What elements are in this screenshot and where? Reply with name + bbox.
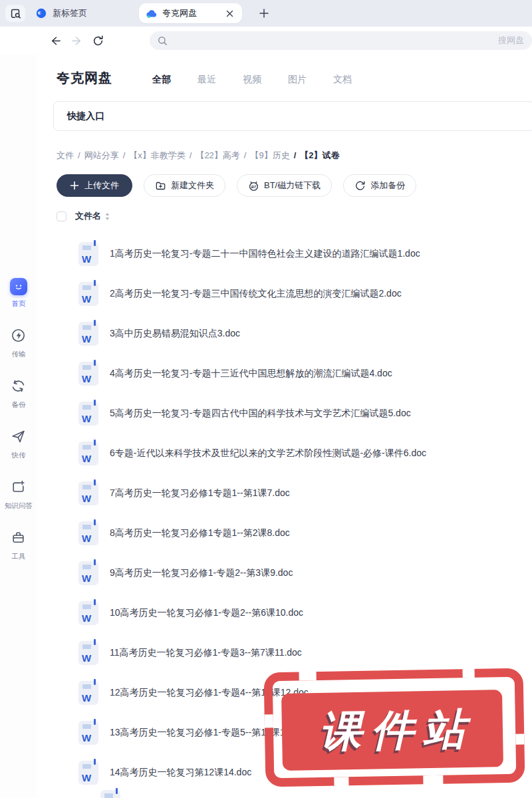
word-file-icon: W (78, 761, 98, 785)
file-name: 6专题-近代以来科学技术及世纪以来的文学艺术阶段性测试题-必修-课件6.doc (110, 448, 426, 460)
home-icon (10, 278, 27, 295)
filter-tabs: 全部最近视频图片文档 (126, 74, 352, 86)
sidebar-item-tools[interactable]: 工具 (11, 530, 26, 561)
file-row[interactable]: W 5高考历史一轮复习-专题四古代中国的科学技术与文学艺术汇编试题5.doc (57, 394, 532, 434)
file-row[interactable]: W 9高考历史一轮复习必修1-专题2--第3课9.doc (57, 553, 532, 593)
breadcrumb-separator: / (78, 150, 80, 160)
file-name: 1高考历史一轮复习-专题二十一中国特色社会主义建设的道路汇编试题1.doc (110, 248, 420, 260)
word-file-icon: W (78, 641, 98, 665)
breadcrumb-item[interactable]: 网站分享 (84, 150, 119, 160)
word-file-icon: W (78, 242, 98, 266)
file-name: 8高考历史一轮复习必修1专题1--第2课8.doc (110, 527, 290, 539)
file-row[interactable]: W 2高考历史一轮复习-专题三中国传统文化主流思想的演变汇编试题2.doc (57, 274, 532, 314)
word-file-icon: W (78, 442, 98, 466)
word-file-icon: W (78, 362, 98, 386)
file-name: 3高中历史易错易混知识点3.doc (110, 328, 240, 340)
file-name: 14高考历史一轮复习第12课14.doc (110, 767, 251, 779)
transfer-icon (11, 328, 26, 346)
plus-icon (70, 181, 79, 190)
sidebar-item-home[interactable]: 首页 (10, 278, 27, 309)
upload-file-button[interactable]: 上传文件 (57, 174, 132, 197)
breadcrumb: 文件/网站分享/【x】非教学类/【22】高考/【9】历史/【2】试卷 (57, 150, 340, 162)
file-name: 12高考历史一轮复习必修1-专题4--第10课12.doc (110, 687, 309, 699)
select-all-checkbox[interactable] (57, 211, 66, 221)
filename-column-header[interactable]: 文件名 (75, 210, 101, 222)
backup-icon (11, 378, 26, 396)
browser-tab-strip: 新标签页 夸克网盘 (0, 0, 532, 27)
filter-tab-2[interactable]: 视频 (243, 74, 261, 86)
new-tab-button[interactable] (255, 5, 273, 22)
file-row[interactable]: W 12高考历史一轮复习必修1-专题4--第10课12.doc (57, 673, 532, 713)
word-file-icon: W (78, 601, 98, 625)
file-name: 7高考历史一轮复习必修1专题1--第1课7.doc (110, 487, 290, 499)
file-row[interactable]: W 14高考历史一轮复习第12课14.doc (57, 753, 532, 793)
sidebar-item-knowledge-qa[interactable]: 知识问答 (4, 479, 33, 511)
sidebar-item-label: 工具 (11, 551, 25, 561)
quick-send-icon (11, 429, 26, 447)
upload-file-label: 上传文件 (84, 180, 119, 192)
bt-magnet-download-button[interactable]: BT BT/磁力链下载 (237, 174, 332, 197)
file-row[interactable]: W 6专题-近代以来科学技术及世纪以来的文学艺术阶段性测试题-必修-课件6.do… (57, 434, 532, 473)
sidebar-item-quick-send[interactable]: 快传 (11, 429, 26, 460)
page-title: 夸克网盘 (57, 69, 112, 87)
sidebar-item-label: 传输 (11, 349, 25, 358)
filter-tab-3[interactable]: 图片 (288, 74, 307, 86)
action-bar: 上传文件 新建文件夹 BT BT/磁力链下载 (57, 174, 416, 197)
add-backup-button[interactable]: 添加备份 (343, 174, 416, 197)
refresh-button[interactable] (89, 32, 106, 49)
new-folder-button[interactable]: 新建文件夹 (144, 174, 225, 197)
sort-icon[interactable] (104, 212, 110, 221)
file-row[interactable]: W 10高考历史一轮复习必修1-专题2--第6课10.doc (57, 593, 532, 633)
sidebar-menu: 首页传输备份快传知识问答工具 (0, 278, 37, 581)
file-list: W 1高考历史一轮复习-专题二十一中国特色社会主义建设的道路汇编试题1.doc … (57, 234, 532, 793)
file-name: 11高考历史一轮复习必修1-专题3--第7课11.doc (110, 647, 302, 659)
back-button[interactable] (47, 32, 64, 49)
file-name: 9高考历史一轮复习必修1-专题2--第3课9.doc (110, 567, 293, 579)
word-file-icon: W (78, 282, 98, 306)
quick-entry-panel[interactable]: 快捷入口 (53, 101, 532, 131)
word-file-icon-partial: W (100, 790, 120, 798)
tab-label: 新标签页 (53, 7, 87, 19)
breadcrumb-item[interactable]: 【2】试卷 (300, 150, 339, 160)
new-folder-icon (155, 180, 166, 192)
breadcrumb-item[interactable]: 【22】高考 (196, 150, 239, 160)
file-row[interactable]: W 3高中历史易错易混知识点3.doc (57, 314, 532, 354)
breadcrumb-item[interactable]: 【x】非教学类 (129, 150, 186, 160)
filter-tab-4[interactable]: 文档 (333, 74, 352, 86)
file-name: 2高考历史一轮复习-专题三中国传统文化主流思想的演变汇编试题2.doc (110, 288, 402, 300)
search-placeholder: 搜网盘 (498, 35, 524, 47)
word-file-icon: W (78, 561, 98, 585)
breadcrumb-item[interactable]: 【9】历史 (250, 150, 289, 160)
browser-toolbar: 搜网盘 (0, 27, 532, 55)
breadcrumb-item[interactable]: 文件 (57, 150, 74, 160)
word-file-icon: W (78, 481, 98, 505)
file-row[interactable]: W 11高考历史一轮复习必修1-专题3--第7课11.doc (57, 633, 532, 673)
file-row[interactable]: W 13高考历史一轮复习必修1-专题5--第11课13.doc (57, 713, 532, 753)
breadcrumb-separator: / (190, 150, 192, 160)
forward-button[interactable] (68, 32, 85, 49)
sidebar-item-transfer[interactable]: 传输 (11, 328, 26, 359)
search-icon (158, 36, 168, 46)
quick-entry-title: 快捷入口 (67, 110, 104, 122)
close-icon[interactable] (223, 7, 235, 19)
file-row[interactable]: W 8高考历史一轮复习必修1专题1--第2课8.doc (57, 513, 532, 553)
file-row[interactable]: W 7高考历史一轮复习必修1专题1--第1课7.doc (57, 473, 532, 513)
file-name: 13高考历史一轮复习必修1-专题5--第11课13.doc (110, 727, 308, 739)
browser-tab-newtab[interactable]: 新标签页 (36, 7, 87, 19)
sidebar-item-backup[interactable]: 备份 (11, 378, 26, 410)
word-file-icon: W (78, 402, 98, 426)
file-row[interactable]: W 1高考历史一轮复习-专题二十一中国特色社会主义建设的道路汇编试题1.doc (57, 234, 532, 274)
sidebar-item-label: 首页 (11, 299, 25, 308)
new-tab-icon (259, 9, 269, 18)
tab-overview-button[interactable] (5, 5, 25, 22)
refresh-icon (92, 35, 104, 47)
quark-cloud-icon (146, 9, 157, 19)
filter-tab-1[interactable]: 最近 (198, 74, 216, 86)
browser-tab-quark-drive[interactable]: 夸克网盘 (139, 3, 242, 23)
file-row[interactable]: W 4高考历史一轮复习-专题十三近代中国思想解放的潮流汇编试题4.doc (57, 354, 532, 394)
filter-tab-0[interactable]: 全部 (152, 74, 171, 86)
back-icon (49, 35, 62, 47)
bt-magnet-icon: BT (248, 180, 259, 192)
drive-search-input[interactable]: 搜网盘 (150, 31, 532, 50)
sidebar-item-label: 备份 (11, 400, 25, 409)
